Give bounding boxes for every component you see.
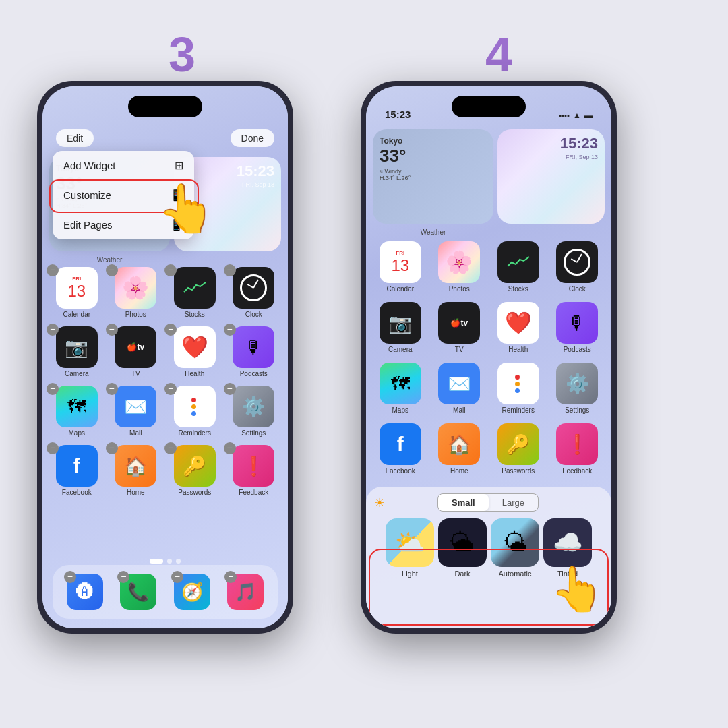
size-selector: Small Large (437, 493, 539, 512)
weather-widget-4: Tokyo 33° ≈ Windy H:34° L:26° Weather (373, 129, 493, 224)
app4-row-4: f Facebook 🏠 Home 🔑 Passwords ❗ Feedback (373, 423, 605, 475)
size-large-btn[interactable]: Large (489, 494, 538, 511)
app4-mail[interactable]: ✉️ Mail (432, 363, 487, 414)
dock-music[interactable]: 🎵 − (227, 574, 264, 610)
app-camera[interactable]: 📷 − Camera (49, 326, 104, 377)
dynamic-island-3 (128, 96, 202, 117)
dynamic-island-4 (452, 96, 526, 117)
dock-phone[interactable]: 📞 − (120, 574, 156, 610)
style-light[interactable]: ⛅ Light (386, 518, 434, 578)
clock-widget-4: 15:23 FRI, Sep 13 WidgetClub (497, 129, 605, 224)
app4-tv[interactable]: 🍎tv TV (432, 302, 487, 353)
battery-icon: ▬ (584, 111, 593, 120)
app-stocks[interactable]: − Stocks (167, 267, 222, 318)
app-reminders[interactable]: − Reminders (167, 386, 222, 437)
add-widget-item[interactable]: Add Widget ⊞ (53, 151, 194, 181)
app-health[interactable]: ❤️ − Health (167, 326, 222, 377)
app-clock[interactable]: − Clock (226, 267, 282, 318)
app-photos[interactable]: 🌸 − Photos (109, 267, 164, 318)
style-auto[interactable]: 🌤 Automatic (491, 518, 539, 578)
app4-row-1: FRI 13 Calendar 🌸 Photos Stocks (373, 241, 605, 293)
style-dark[interactable]: 🌥 Dark (438, 518, 487, 578)
edit-bar: Edit Done (42, 124, 288, 152)
app4-stocks[interactable]: Stocks (491, 241, 546, 293)
app-calendar[interactable]: FRI 13 − Calendar (49, 267, 104, 318)
app-mail[interactable]: ✉️ − Mail (109, 386, 164, 437)
dock-3: 🅐 − 📞 − 🧭 − 🎵 − (53, 565, 278, 619)
sun-icon: ☀ (374, 495, 385, 510)
app-row-1: FRI 13 − Calendar 🌸 − Photos − Stocks (49, 267, 281, 318)
app4-passwords[interactable]: 🔑 Passwords (491, 423, 546, 475)
app4-podcasts[interactable]: 🎙 Podcasts (550, 302, 605, 353)
app4-home[interactable]: 🏠 Home (432, 423, 487, 475)
edit-button[interactable]: Edit (56, 129, 94, 147)
app4-health[interactable]: ❤️ Health (491, 302, 546, 353)
app-facebook[interactable]: f − Facebook (49, 445, 104, 496)
page-dots-3 (42, 559, 288, 564)
app-passwords[interactable]: 🔑 − Passwords (167, 445, 222, 496)
step4-number: 4 (485, 27, 512, 82)
phone3: Edit Done Tokyo 33° ≈ Windy H:34° L:26° … (37, 81, 293, 634)
app4-facebook[interactable]: f Facebook (373, 423, 428, 475)
app-row-4: f − Facebook 🏠 − Home 🔑 − Passwords (49, 445, 281, 496)
phone4: 15:23 ▪▪▪▪ ▲ ▬ Tokyo 33° ≈ Windy H:34° L… (361, 81, 617, 634)
app4-maps[interactable]: 🗺 Maps (373, 363, 428, 414)
step3-number: 3 (169, 27, 195, 82)
app4-photos[interactable]: 🌸 Photos (432, 241, 487, 293)
style-tinted[interactable]: ☁️ Tinted (543, 518, 592, 578)
app4-row-2: 📷 Camera 🍎tv TV ❤️ Health 🎙 Podcasts (373, 302, 605, 353)
app4-camera[interactable]: 📷 Camera (373, 302, 428, 353)
context-menu: Add Widget ⊞ Customize 📱 Edit Pages 📱 (53, 151, 194, 239)
app-podcasts[interactable]: 🎙 − Podcasts (226, 326, 282, 377)
app-maps[interactable]: 🗺 − Maps (49, 386, 104, 437)
app-home[interactable]: 🏠 − Home (109, 445, 164, 496)
signal-icon: ▪▪▪▪ (559, 111, 570, 119)
dock-appstore[interactable]: 🅐 − (67, 574, 103, 610)
app4-feedback[interactable]: ❗ Feedback (550, 423, 605, 475)
edit-pages-item[interactable]: Edit Pages 📱 (53, 210, 194, 239)
app-tv[interactable]: 🍎tv − TV (109, 326, 164, 377)
app4-settings[interactable]: ⚙️ Settings (550, 363, 605, 414)
app-feedback[interactable]: ❗ − Feedback (226, 445, 282, 496)
app4-calendar[interactable]: FRI 13 Calendar (373, 241, 428, 293)
app4-row-3: 🗺 Maps ✉️ Mail Reminders ⚙️ Settings (373, 363, 605, 414)
wifi-icon: ▲ (573, 111, 581, 120)
dock-safari[interactable]: 🧭 − (174, 574, 210, 610)
status-time-4: 15:23 (385, 109, 411, 120)
customize-item[interactable]: Customize 📱 (53, 181, 194, 210)
app-settings[interactable]: ⚙️ − Settings (226, 386, 282, 437)
app-row-3: 🗺 − Maps ✉️ − Mail − Reminders (49, 386, 281, 437)
done-button[interactable]: Done (231, 129, 274, 147)
app4-clock[interactable]: Clock (550, 241, 605, 293)
app-row-2: 📷 − Camera 🍎tv − TV ❤️ − Health (49, 326, 281, 377)
style-options: ⛅ Light 🌥 Dark 🌤 Automatic (371, 518, 606, 578)
app4-reminders[interactable]: Reminders (491, 363, 546, 414)
bottom-sheet: ☀ Small Large ⛅ Light 🌥 (366, 487, 611, 628)
size-small-btn[interactable]: Small (438, 494, 489, 511)
